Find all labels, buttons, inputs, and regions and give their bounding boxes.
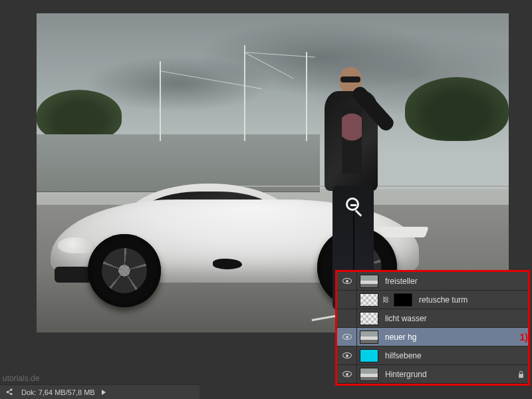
car-wheel-front <box>88 234 161 307</box>
tent-pole <box>160 61 161 141</box>
layer-thumbnail[interactable] <box>360 331 378 344</box>
watermark-label: utorials.de <box>0 372 42 384</box>
car-side-vent <box>213 259 242 269</box>
mask-link-icon[interactable]: ⛓ <box>382 293 389 307</box>
lock-icon <box>513 370 528 378</box>
flyout-triangle-icon[interactable] <box>102 390 106 395</box>
car-headlight <box>58 237 94 253</box>
layer-visibility-toggle[interactable] <box>337 328 357 346</box>
layer-visibility-toggle[interactable] <box>337 346 357 364</box>
tutorial-annotation: 1) <box>520 332 528 342</box>
layer-row[interactable]: ⛓retusche turm <box>337 291 528 309</box>
layers-panel[interactable]: freisteller⛓retusche turmlicht wasserneu… <box>335 270 530 386</box>
layer-name-label[interactable]: retusche turm <box>416 295 528 305</box>
layer-thumbnail[interactable] <box>360 349 378 362</box>
layer-name-label[interactable]: neuer hg <box>382 332 513 342</box>
layer-mask-thumbnail[interactable] <box>394 293 412 307</box>
layer-row[interactable]: licht wasser <box>337 309 528 328</box>
layer-row[interactable]: Hintergrund <box>337 365 528 384</box>
status-bar: Dok: 7,64 MB/57,8 MB <box>0 384 200 399</box>
eye-icon <box>342 371 352 377</box>
layer-name-label[interactable]: hilfsebene <box>382 351 528 360</box>
eye-icon <box>342 278 352 284</box>
layer-name-label[interactable]: freisteller <box>382 277 528 286</box>
layer-row[interactable]: hilfsebene <box>337 346 528 365</box>
layer-name-label[interactable]: Hintergrund <box>382 370 513 379</box>
doc-size-label: Dok: 7,64 MB/57,8 MB <box>21 388 95 396</box>
layer-thumbnail[interactable] <box>360 293 378 307</box>
sunglasses-icon <box>340 76 360 82</box>
layer-visibility-toggle[interactable] <box>337 272 357 290</box>
tent-pole <box>306 52 307 141</box>
layer-visibility-toggle[interactable] <box>337 291 357 309</box>
eye-icon <box>342 352 352 358</box>
layer-thumbnail[interactable] <box>360 312 378 325</box>
tent-pole <box>244 45 245 141</box>
layer-thumbnail[interactable] <box>360 368 378 381</box>
layer-visibility-toggle[interactable] <box>337 309 357 327</box>
eye-icon <box>342 334 352 340</box>
trees-right <box>405 77 509 141</box>
layer-visibility-toggle[interactable] <box>337 365 357 383</box>
layer-row[interactable]: neuer hg1) <box>337 328 528 346</box>
layer-name-label[interactable]: licht wasser <box>382 314 528 323</box>
person-shirt <box>342 107 362 174</box>
layer-row[interactable]: freisteller <box>337 272 528 291</box>
trees-left <box>37 90 122 141</box>
share-icon[interactable] <box>4 387 15 398</box>
layer-thumbnail[interactable] <box>360 275 378 288</box>
zoom-out-cursor-icon <box>346 198 359 211</box>
